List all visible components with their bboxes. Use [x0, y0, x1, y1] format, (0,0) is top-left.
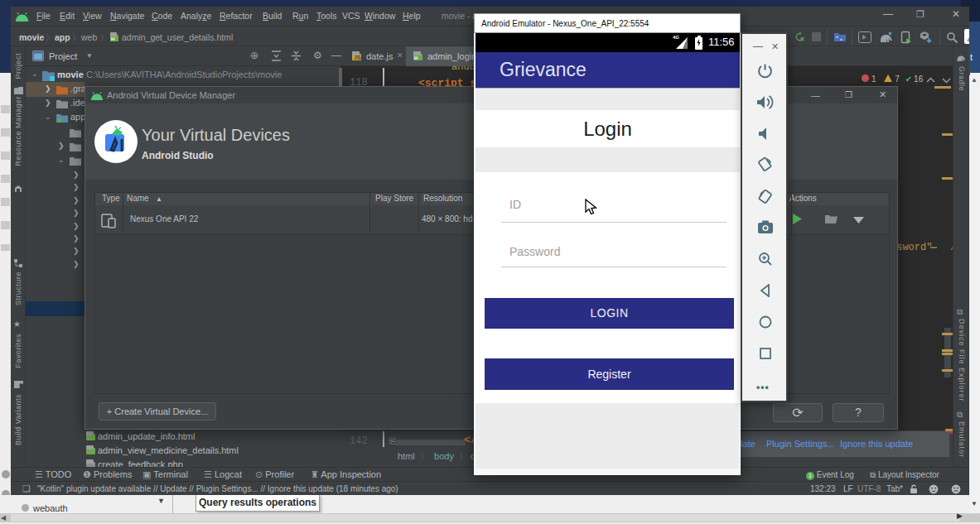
svg-text:JS: JS	[354, 55, 361, 60]
svg-text:H: H	[414, 55, 418, 60]
svg-text:H: H	[111, 36, 114, 41]
